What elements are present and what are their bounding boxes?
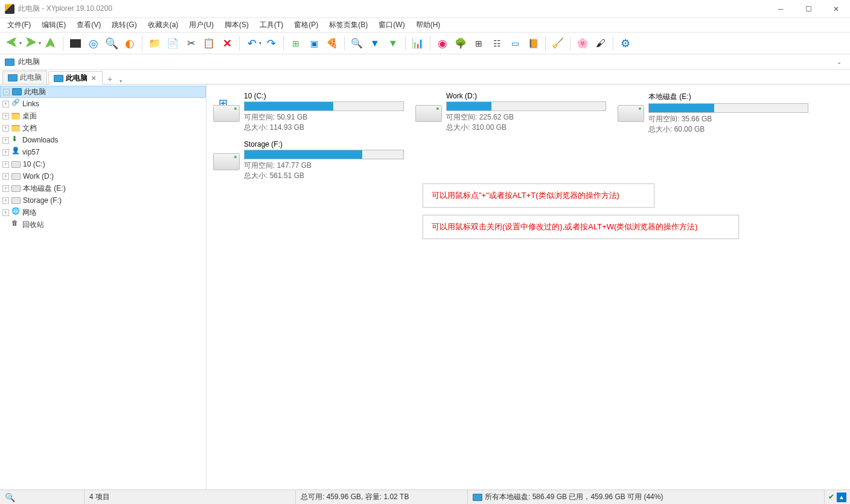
flower-icon[interactable]: 🌸: [574, 35, 591, 52]
drive-card[interactable]: 本地磁盘 (E:)可用空间: 35.66 GB总大小: 60.00 GB: [611, 89, 813, 138]
window-icon[interactable]: ▭: [506, 35, 523, 52]
tree-item-10[interactable]: +网络: [0, 206, 206, 219]
undo-button[interactable]: ↶: [243, 35, 260, 52]
tree-item-5[interactable]: +vip57: [0, 146, 206, 158]
play-button[interactable]: ◐: [121, 35, 138, 52]
tree-toggle-icon[interactable]: +: [2, 125, 9, 132]
tree-item-7[interactable]: +Work (D:): [0, 170, 206, 182]
sync-status-icon[interactable]: ▲: [837, 493, 846, 502]
drive-name: Storage (F:): [244, 140, 404, 148]
search-button[interactable]: 🔍: [103, 35, 120, 52]
drive-total: 总大小: 114.93 GB: [244, 123, 404, 133]
forward-dropdown[interactable]: ▾: [39, 40, 41, 46]
menu-user[interactable]: 用户(U): [184, 19, 219, 31]
tree-toggle-icon[interactable]: +: [2, 113, 9, 120]
pizza-icon[interactable]: 🍕: [324, 35, 340, 52]
newfolder-button[interactable]: 📁: [146, 35, 163, 52]
delete-button[interactable]: ✕: [219, 35, 235, 52]
back-dropdown[interactable]: ▾: [19, 40, 22, 46]
target-button[interactable]: ◎: [85, 35, 102, 52]
tree-toggle-icon[interactable]: -: [3, 89, 10, 95]
menu-file[interactable]: 文件(F): [2, 19, 36, 31]
tab-inactive[interactable]: 此电脑: [2, 71, 47, 84]
tree-item-3[interactable]: +文档: [0, 122, 206, 134]
newfile-button[interactable]: 📄: [164, 35, 181, 52]
user-icon: [11, 148, 20, 156]
tree-toggle-icon[interactable]: +: [2, 161, 9, 168]
drive-free: 可用空间: 147.77 GB: [244, 161, 404, 171]
settings-button[interactable]: ⚙: [617, 35, 634, 52]
drive-icon: [618, 105, 644, 122]
status-total: 总可用: 459.96 GB, 容量: 1.02 TB: [296, 490, 468, 504]
up-button[interactable]: ⮝: [42, 35, 59, 52]
tree-toggle-icon[interactable]: +: [2, 185, 9, 192]
tree-item-2[interactable]: +桌面: [0, 110, 206, 122]
tree-item-11[interactable]: 回收站: [0, 219, 206, 231]
undo-dropdown[interactable]: ▾: [259, 40, 261, 46]
prompt-button[interactable]: [67, 35, 84, 52]
tab-close-icon[interactable]: ✕: [90, 75, 97, 82]
menu-tools[interactable]: 工具(T): [255, 19, 288, 31]
tree-item-4[interactable]: +Downloads: [0, 134, 206, 146]
app-icon: [5, 4, 14, 14]
close-button[interactable]: ✕: [822, 0, 850, 18]
tree-toggle-icon[interactable]: +: [2, 197, 9, 204]
drive-icon: [11, 185, 21, 192]
filter2-button[interactable]: ▼: [385, 35, 401, 52]
copy-button[interactable]: 📋: [200, 35, 217, 52]
list-icon[interactable]: ☷: [488, 35, 505, 52]
menu-window[interactable]: 窗口(W): [374, 19, 409, 31]
tree-item-9[interactable]: +Storage (F:): [0, 194, 206, 206]
clean-icon[interactable]: 🧹: [549, 35, 566, 52]
find-button[interactable]: 🔍: [348, 35, 365, 52]
tree-label: Links: [22, 100, 39, 108]
maximize-button[interactable]: ☐: [794, 0, 822, 18]
status-search[interactable]: 🔍: [0, 490, 85, 504]
address-path[interactable]: 此电脑: [18, 57, 40, 67]
grid-icon[interactable]: ⊞: [470, 35, 487, 52]
addressbar[interactable]: 此电脑 ⌄: [0, 54, 850, 70]
menu-scripting[interactable]: 脚本(S): [220, 19, 254, 31]
drive-card[interactable]: Storage (F:)可用空间: 147.77 GB总大小: 561.51 G…: [206, 138, 409, 186]
drive-total: 总大小: 60.00 GB: [648, 124, 808, 135]
book-icon[interactable]: 📙: [525, 35, 542, 52]
menu-tabsets[interactable]: 标签页集(B): [324, 19, 372, 31]
redo-button[interactable]: ↷: [263, 35, 280, 52]
tab-menu-button[interactable]: ▾: [117, 78, 124, 84]
brush-icon[interactable]: 🖌: [592, 35, 609, 52]
drive-card[interactable]: ⊞10 (C:)可用空间: 50.91 GB总大小: 114.93 GB: [206, 89, 409, 138]
tree-item-8[interactable]: +本地磁盘 (E:): [0, 182, 206, 194]
drive-free: 可用空间: 50.91 GB: [244, 112, 404, 123]
drive-card[interactable]: Work (D:)可用空间: 225.62 GB总大小: 310.00 GB: [409, 89, 611, 138]
tree-item-1[interactable]: +Links: [0, 98, 206, 110]
chart-icon[interactable]: 📊: [409, 35, 426, 52]
tab-active[interactable]: 此电脑 ✕: [48, 71, 103, 85]
back-button[interactable]: ⮜: [4, 35, 21, 52]
tree-toggle-icon[interactable]: +: [2, 149, 9, 156]
minimize-button[interactable]: ─: [767, 0, 794, 18]
tree-label: 文档: [22, 123, 37, 133]
menu-favorites[interactable]: 收藏夹(a): [143, 19, 184, 31]
select-button[interactable]: ▣: [305, 35, 322, 52]
tree-toggle-icon[interactable]: +: [2, 173, 9, 180]
menu-panes[interactable]: 窗格(P): [289, 19, 323, 31]
address-dropdown[interactable]: ⌄: [833, 57, 845, 66]
tree-toggle-icon[interactable]: +: [2, 101, 9, 107]
menu-edit[interactable]: 编辑(E): [37, 19, 71, 31]
tree-toggle-icon[interactable]: +: [2, 137, 9, 144]
menu-go[interactable]: 跳转(G): [107, 19, 141, 31]
menu-view[interactable]: 查看(V): [72, 19, 106, 31]
filter-button[interactable]: ▼: [366, 35, 383, 52]
menu-help[interactable]: 帮助(H): [411, 19, 446, 31]
status-drives: 所有本地磁盘: 586.49 GB 已用，459.96 GB 可用 (44%): [468, 490, 825, 504]
leaf-icon[interactable]: 🌳: [452, 35, 469, 52]
tree-toggle-icon[interactable]: +: [2, 209, 9, 216]
tab-add-button[interactable]: +: [104, 74, 116, 84]
forward-button[interactable]: ⮞: [23, 35, 40, 52]
tree-item-0[interactable]: -此电脑: [0, 86, 206, 98]
tree-button[interactable]: ⊞: [287, 35, 304, 52]
link-icon: [11, 100, 20, 108]
spiral-icon[interactable]: ◉: [434, 35, 451, 52]
tree-item-6[interactable]: +10 (C:): [0, 158, 206, 170]
cut-button[interactable]: ✂: [182, 35, 199, 52]
